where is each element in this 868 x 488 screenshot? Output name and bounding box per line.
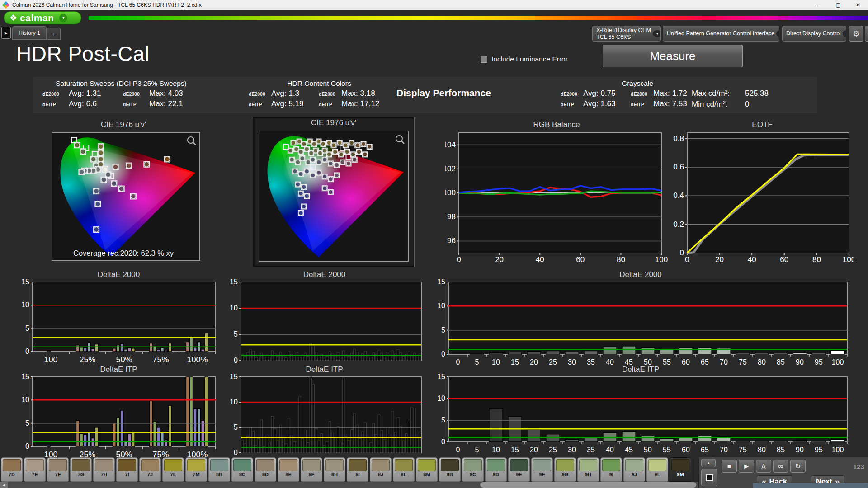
pattern-label: 8L — [393, 472, 414, 477]
deltae-itp-content-chart[interactable]: DeltaE ITP 051015 — [224, 365, 425, 456]
pattern-thumb-8H[interactable]: 8H — [324, 457, 345, 482]
max-cd-value: 525.38 — [745, 89, 786, 98]
pattern-thumb-9J[interactable]: 9J — [623, 457, 645, 482]
pattern-label: 9I — [601, 472, 622, 477]
scroll-up-icon[interactable]: ▲ — [701, 459, 716, 467]
svg-text:15: 15 — [230, 373, 238, 380]
metric-label: dEITP — [249, 102, 271, 107]
chevron-down-icon[interactable]: ▼ — [843, 30, 846, 37]
maximize-button[interactable]: ▢ — [828, 0, 848, 10]
calman-menu-arrow-icon[interactable]: ▼ — [59, 14, 67, 22]
pattern-thumb-8B[interactable]: 8B — [208, 457, 230, 482]
pattern-thumb-7I[interactable]: 7I — [116, 457, 138, 482]
pattern-thumb-9C[interactable]: 9C — [462, 457, 484, 482]
chevron-down-icon[interactable]: ▼ — [653, 30, 661, 37]
cie-1976-sweeps-chart[interactable]: CIE 1976 u'v' Coverage rec.2020: 62.3 % … — [44, 120, 203, 264]
pattern-thumb-7M[interactable]: 7M — [185, 457, 207, 482]
svg-text:75: 75 — [739, 446, 747, 454]
pattern-thumb-8I[interactable]: 8I — [347, 457, 368, 482]
metric-value: Avg: 0.75 — [583, 89, 631, 98]
pattern-swatch — [141, 459, 159, 471]
pattern-swatch — [533, 459, 551, 471]
pattern-thumb-9F[interactable]: 9F — [531, 457, 553, 482]
pattern-thumb-8M[interactable]: 8M — [416, 457, 438, 482]
pattern-label: 9D — [486, 472, 506, 477]
pattern-auto-advance-button[interactable]: A — [756, 460, 771, 473]
tab-add-button[interactable]: + — [47, 28, 61, 40]
pattern-thumb-9H[interactable]: 9H — [577, 457, 599, 482]
metric-value: Max: 22.1 — [149, 99, 203, 108]
svg-text:5: 5 — [441, 326, 445, 334]
pattern-thumb-9L[interactable]: 9L — [646, 457, 668, 482]
rgb-balance-chart[interactable]: RGB Balance 9698100102104020406080100 — [445, 120, 668, 265]
cie-1976-content-chart[interactable]: CIE 1976 u'v' — [253, 117, 414, 267]
svg-text:20: 20 — [715, 255, 724, 264]
pattern-thumb-9D[interactable]: 9D — [485, 457, 507, 482]
pattern-swatch — [3, 459, 21, 471]
svg-text:55: 55 — [663, 446, 671, 454]
pattern-infinite-button[interactable]: ∞ — [773, 460, 788, 473]
deltae-itp-sweeps-chart[interactable]: DeltaE ITP 10025%50%75%100%051015 — [18, 365, 219, 461]
pattern-thumb-7L[interactable]: 7L — [162, 457, 184, 482]
metric-label: dE2000 — [42, 91, 69, 97]
pattern-thumb-9E[interactable]: 9E — [508, 457, 530, 482]
gear-icon[interactable]: ⚙ — [849, 26, 863, 42]
pattern-thumb-7G[interactable]: 7G — [70, 457, 92, 482]
pattern-swatch — [395, 459, 413, 471]
svg-text:10: 10 — [230, 398, 238, 406]
pattern-thumb-9G[interactable]: 9G — [554, 457, 576, 482]
include-luminance-error-checkbox[interactable]: Include Luminance Error — [481, 55, 568, 63]
coverage-annotation: Coverage rec.2020: 62.3 % xy — [44, 249, 203, 258]
pattern-play-button[interactable]: ▶ — [739, 460, 754, 473]
pattern-label: 7I — [117, 472, 137, 477]
pattern-thumb-7D[interactable]: 7D — [1, 457, 23, 482]
deltae2000-sweeps-chart[interactable]: DeltaE 2000 10025%50%75%100%051015 — [18, 270, 219, 366]
deltae2000-grayscale-chart[interactable]: DeltaE 2000 0510152025303540455055606570… — [430, 270, 851, 371]
pattern-stop-button[interactable]: ■ — [722, 460, 737, 473]
pattern-thumb-7F[interactable]: 7F — [47, 457, 69, 482]
collapse-panel-icon[interactable]: ◀ — [865, 26, 868, 42]
eotf-chart[interactable]: EOTF 00.20.40.60.8020406080100 — [670, 120, 854, 265]
chevron-down-icon[interactable]: ▼ — [776, 30, 779, 37]
workflow-pane-toggle[interactable]: ▶ — [1, 27, 11, 39]
pattern-generator-name: Unified Pattern Generator Control Interf… — [665, 30, 776, 37]
deltae2000-content-chart[interactable]: DeltaE 2000 051015 — [224, 270, 425, 364]
close-button[interactable]: ✕ — [848, 0, 868, 10]
control-panel-scrollbar[interactable] — [753, 483, 868, 488]
pattern-swatch — [602, 459, 620, 471]
tab-history-1[interactable]: History 1 — [12, 26, 47, 40]
measure-button[interactable]: Measure — [603, 45, 743, 67]
pattern-thumb-7H[interactable]: 7H — [93, 457, 115, 482]
svg-text:0: 0 — [234, 357, 238, 364]
pattern-thumb-9B[interactable]: 9B — [439, 457, 461, 482]
pattern-thumb-8J[interactable]: 8J — [370, 457, 392, 482]
pattern-thumb-8D[interactable]: 8D — [255, 457, 276, 482]
pattern-label: 7D — [1, 472, 22, 477]
scrollbar-thumb[interactable] — [480, 482, 696, 488]
pattern-thumb-7E[interactable]: 7E — [24, 457, 46, 482]
scroll-left-icon[interactable]: ◀ — [0, 482, 8, 488]
pattern-thumb-9I[interactable]: 9I — [600, 457, 622, 482]
pattern-thumb-8L[interactable]: 8L — [393, 457, 415, 482]
display-control-dropdown[interactable]: Direct Display Control ▼ — [782, 26, 846, 42]
pattern-window-button[interactable] — [701, 469, 717, 486]
svg-text:25%: 25% — [79, 355, 95, 364]
filmstrip-scrollbar[interactable]: ◀ — [0, 482, 698, 488]
pattern-swatch — [579, 459, 597, 471]
pattern-generator-dropdown[interactable]: Unified Pattern Generator Control Interf… — [663, 26, 779, 42]
stats-band: Saturation Sweeps (DCI P3 25% Sweeps) dE… — [33, 77, 817, 113]
deltae-itp-grayscale-chart[interactable]: DeltaE ITP 05101520253035404550556065707… — [430, 365, 851, 457]
svg-text:15: 15 — [21, 278, 29, 286]
metric-label: dEITP — [42, 102, 69, 107]
checkbox-box[interactable] — [481, 56, 487, 63]
pattern-thumb-8C[interactable]: 8C — [231, 457, 253, 482]
pattern-loop-button[interactable]: ↻ — [790, 460, 806, 473]
pattern-thumb-7J[interactable]: 7J — [139, 457, 161, 482]
pattern-thumb-9M[interactable]: 9M — [670, 457, 691, 482]
pattern-thumb-8E[interactable]: 8E — [278, 457, 299, 482]
meter-dropdown[interactable]: X-Rite i1Display OEM TCL 65 C6KS ▼ — [592, 26, 661, 42]
calman-menu-button[interactable]: ❖ calman ▼ — [4, 11, 81, 24]
pattern-thumb-8F[interactable]: 8F — [301, 457, 322, 482]
svg-text:40: 40 — [748, 255, 756, 264]
minimize-button[interactable]: – — [808, 0, 828, 10]
